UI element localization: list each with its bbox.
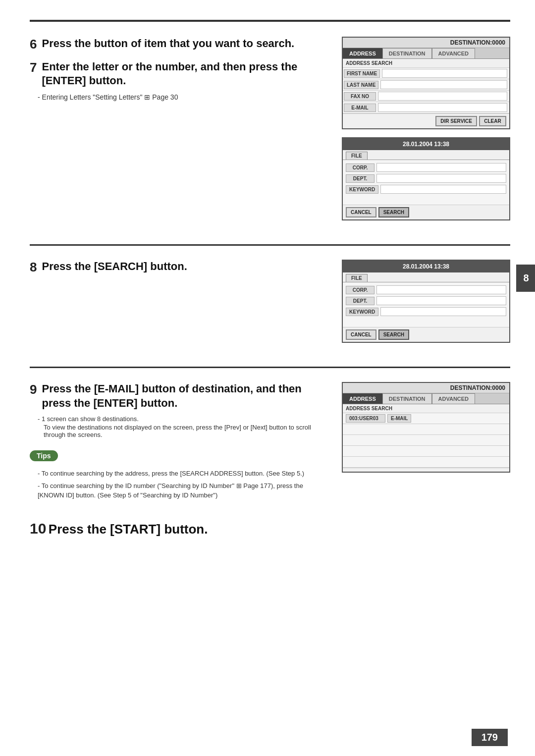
empty-row-3 [343,446,509,457]
tips-area: Tips To continue searching by the addres… [30,445,327,500]
top-border [30,20,510,22]
tab-address-1[interactable]: ADDRESS [343,48,382,58]
step8-left: 8 Press the [SEARCH] button. [30,260,327,279]
screen-footer-space [343,468,509,472]
step8-number: 8 [30,261,37,273]
step10-section: 10 Press the [START] button. [30,520,510,537]
screen-field-firstname: FIRST NAME [343,68,509,79]
screen-header-2: DESTINATION:0000 [343,383,509,393]
step9-note1b: To view the destinations not displayed o… [44,424,327,438]
step8-section: 8 Press the [SEARCH] button. 28.01.2004 … [30,260,510,343]
screen-datetime-1: 28.01.2004 13:38 [343,138,509,150]
dept-label-2[interactable]: DEPT. [346,297,374,305]
cancel-button-2[interactable]: CANCEL [346,329,376,340]
faxno-label: FAX NO [344,92,376,101]
step7-note: Entering Letters "Setting Letters" ⊞ Pag… [38,93,327,101]
steps-6-7-left: 6 Press the button of item that you want… [30,37,327,101]
keyword-input-1[interactable] [380,185,506,194]
step9-section: 9 Press the [E-MAIL] button of destinati… [30,382,510,500]
screen-tabs-2: ADDRESS DESTINATION ADVANCED [343,393,509,404]
screen-cancel-row-2: CANCEL SEARCH [343,327,509,342]
firstname-label: FIRST NAME [344,69,380,78]
screen-section-title-2: ADDRESS SEARCH [343,404,509,413]
dept-label-1[interactable]: DEPT. [346,174,374,183]
dept-input-2[interactable] [376,296,506,305]
step10-title: Press the [START] button. [49,522,208,537]
search-button-2[interactable]: SEARCH [378,329,409,340]
screen-spacer-1 [343,199,509,205]
screen-corp-rows-2: CORP. DEPT. KEYWORD [343,282,509,321]
empty-row-1 [343,424,509,435]
step6-block: 6 Press the button of item that you want… [30,37,327,51]
step9-tip1: To continue searching by the address, pr… [38,469,327,479]
divider-1 [30,244,510,246]
screen-corp-rows-1: CORP. DEPT. KEYWORD [343,160,509,199]
step9-note1-text: 1 screen can show 8 destinations. [42,415,139,423]
keyword-input-2[interactable] [380,307,506,316]
corp-label-2[interactable]: CORP. [346,286,374,294]
step9-note1: - [38,415,42,423]
steps-6-7-section: 6 Press the button of item that you want… [30,37,510,220]
cancel-button-1[interactable]: CANCEL [346,207,376,217]
file-tab-1[interactable]: FILE [346,152,368,160]
dept-row-1: DEPT. [346,174,506,183]
screen-field-email: E-MAIL [343,102,509,113]
step7-title: Enter the letter or the number, and then… [42,60,327,88]
step9-left: 9 Press the [E-MAIL] button of destinati… [30,382,327,500]
result-type[interactable]: E-MAIL [387,414,411,423]
divider-2 [30,367,510,368]
corp-row-2: CORP. [346,285,506,294]
corp-input-1[interactable] [376,163,506,172]
dept-input-1[interactable] [376,174,506,183]
screen-datetime-2: 28.01.2004 13:38 [343,261,509,272]
clear-button-1[interactable]: CLEAR [479,116,506,126]
screen-field-faxno: FAX NO [343,91,509,102]
step6-title: Press the button of item that you want t… [42,37,327,51]
screen-file-tab-row-2: FILE [343,272,509,282]
search-button-1[interactable]: SEARCH [378,207,409,217]
step8-title: Press the [SEARCH] button. [42,260,327,274]
screen-tabs-1: ADDRESS DESTINATION ADVANCED [343,48,509,59]
steps-6-7-right: DESTINATION:0000 ADDRESS DESTINATION ADV… [342,37,510,220]
empty-row-4 [343,457,509,468]
corp-input-2[interactable] [376,285,506,294]
tab-address-2[interactable]: ADDRESS [343,393,382,404]
tips-box: Tips [30,450,58,461]
side-tab-8: 8 [516,265,535,292]
screen-result-row-1: 003:USER03 E-MAIL [343,413,509,424]
dir-service-button[interactable]: DIR SERVICE [435,116,477,126]
page-container: 6 Press the button of item that you want… [0,0,535,756]
faxno-input[interactable] [378,92,507,101]
file-tab-2[interactable]: FILE [346,274,368,282]
keyword-label-2[interactable]: KEYWORD [346,308,378,316]
tab-destination-1[interactable]: DESTINATION [382,48,432,58]
tips-label: Tips [37,452,51,460]
firstname-input[interactable] [382,69,507,78]
screen-address-1: DESTINATION:0000 ADDRESS DESTINATION ADV… [342,37,510,129]
screen-file-tab-row-1: FILE [343,150,509,160]
step9-right: DESTINATION:0000 ADDRESS DESTINATION ADV… [342,382,510,473]
step9-tip2: To continue searching by the ID number (… [38,481,327,500]
step7-block: 7 Enter the letter or the number, and th… [30,60,327,101]
screen-file-1: 28.01.2004 13:38 FILE CORP. DEPT. [342,137,510,220]
step9-number: 9 [30,383,37,396]
email-input[interactable] [378,103,507,112]
step9-title: Press the [E-MAIL] button of destination… [42,382,327,410]
screen-header-1: DESTINATION:0000 [343,38,509,48]
result-value[interactable]: 003:USER03 [346,414,385,423]
lastname-input[interactable] [380,80,507,89]
screen-file-2: 28.01.2004 13:38 FILE CORP. DEPT. [342,260,510,343]
tab-advanced-2[interactable]: ADVANCED [432,393,476,404]
keyword-label-1[interactable]: KEYWORD [346,185,378,194]
step6-number: 6 [30,38,37,51]
tab-advanced-1[interactable]: ADVANCED [432,48,476,58]
lastname-label: LAST NAME [344,81,378,89]
keyword-row-2: KEYWORD [346,307,506,316]
page-number: 179 [472,729,508,746]
empty-row-2 [343,435,509,446]
corp-row-1: CORP. [346,163,506,172]
screen-field-lastname: LAST NAME [343,79,509,91]
tab-destination-2[interactable]: DESTINATION [382,393,432,404]
email-label: E-MAIL [344,104,376,112]
corp-label-1[interactable]: CORP. [346,163,374,172]
